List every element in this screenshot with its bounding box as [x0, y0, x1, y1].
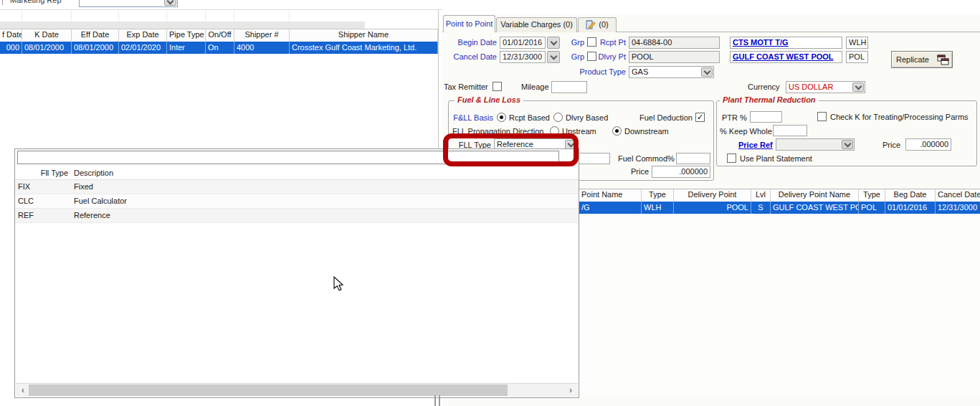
column-header[interactable]: Type	[642, 189, 674, 202]
grid-cell[interactable]: Inter	[167, 42, 206, 54]
popup-list-item-clc[interactable]: CLC Fuel Calculator	[15, 194, 579, 209]
grp-dlvry-checkbox[interactable]	[587, 52, 596, 61]
popup-list-header: Fll Type Description	[15, 168, 579, 180]
points-grid-selected-row[interactable]: /G WLH POOL S GULF COAST WEST POOL POL 0…	[579, 202, 980, 214]
column-header[interactable]: Type	[859, 189, 885, 202]
marketing-rep-dropdown[interactable]	[79, 0, 178, 7]
chevron-down-icon[interactable]	[842, 140, 853, 149]
fll-price-input[interactable]: .000000	[652, 166, 710, 178]
column-header[interactable]: Beg Date	[885, 189, 936, 202]
contracts-grid-selected-row[interactable]: 000 08/01/2000 08/01/2000 02/01/2020 Int…	[0, 42, 438, 54]
scrollbar-thumb[interactable]	[29, 384, 508, 396]
column-header[interactable]: K Date	[22, 29, 72, 42]
fuel-commod-input[interactable]	[676, 153, 710, 164]
column-header[interactable]: Point Name	[579, 189, 642, 202]
column-header[interactable]: Shipper Name	[290, 29, 438, 42]
mileage-input[interactable]	[551, 81, 587, 93]
grid-cell[interactable]: /G	[579, 202, 642, 214]
ptr-price-input[interactable]: .000000	[905, 138, 951, 151]
grid-cell[interactable]: 12/31/3000	[936, 202, 980, 214]
keep-whole-input[interactable]	[773, 125, 807, 136]
price-ref-select[interactable]	[776, 138, 855, 151]
product-type-value: GAS	[632, 67, 648, 76]
grid-cell[interactable]: 01/01/2016	[885, 202, 936, 214]
chevron-down-icon[interactable]	[164, 0, 176, 6]
dlvry-based-radio[interactable]	[553, 113, 563, 122]
column-header[interactable]: Lvl	[751, 189, 771, 202]
downstream-radio[interactable]	[612, 126, 622, 136]
strip-cell	[206, 10, 234, 22]
grid-cell[interactable]: 02/01/2020	[119, 42, 167, 54]
column-header[interactable]: Delivery Point	[674, 189, 751, 202]
tax-remitter-checkbox[interactable]	[493, 82, 502, 91]
tab-variable-charges[interactable]: Variable Charges (0)	[496, 17, 577, 32]
grid-cell[interactable]: 000	[0, 42, 22, 54]
ptr-input[interactable]	[750, 111, 782, 123]
grid-cell[interactable]: WLH	[642, 202, 674, 214]
splitter-handle[interactable]	[439, 395, 440, 406]
begin-date-dropdown-button[interactable]	[547, 37, 560, 49]
cancel-date-label: Cancel Date	[444, 52, 497, 61]
strip-cell	[72, 10, 119, 22]
grid-cell[interactable]: POOL	[674, 202, 751, 214]
marketing-rep-label: Marketing Rep	[10, 0, 62, 4]
popup-list-item-ref[interactable]: REF Reference	[15, 209, 579, 223]
fll-type-description: Fixed	[74, 182, 93, 191]
strip-cell	[22, 10, 72, 22]
dlvry-point-name-link[interactable]: GULF COAST WEST POOL	[733, 52, 834, 61]
fll-hidden-input[interactable]	[576, 153, 610, 164]
currency-label: Currency	[748, 82, 780, 91]
column-header[interactable]: f Date	[0, 29, 22, 42]
product-type-select[interactable]: GAS	[629, 66, 714, 78]
column-header[interactable]: Cancel Date	[936, 189, 980, 202]
grid-cell[interactable]: On	[206, 42, 234, 54]
grid-cell[interactable]: POL	[859, 202, 885, 214]
grid-cell[interactable]: 08/01/2000	[72, 42, 119, 54]
cancel-date-input[interactable]: 12/31/3000	[500, 51, 546, 63]
popup-horizontal-scrollbar[interactable]: ‹ ›	[16, 383, 578, 397]
dlvry-pt-label: Dlvry Pt	[597, 52, 626, 61]
plant-thermal-title: Plant Thermal Reduction	[720, 95, 819, 104]
use-plant-statement-checkbox[interactable]	[727, 154, 736, 163]
scroll-right-arrow-icon[interactable]: ›	[565, 384, 576, 396]
column-header[interactable]: Shipper #	[234, 29, 290, 42]
check-k-checkbox[interactable]	[817, 112, 827, 121]
fuel-deduction-checkbox[interactable]: ✓	[695, 113, 705, 122]
dlvry-pt-field[interactable]: POOL	[629, 51, 720, 63]
mileage-label: Mileage	[521, 82, 549, 91]
grid-cell[interactable]: S	[751, 202, 771, 214]
grp-rcpt-checkbox[interactable]	[587, 37, 596, 47]
grid-cell[interactable]: 4000	[234, 42, 290, 54]
points-grid: Point Name Type Delivery Point Lvl Deliv…	[579, 189, 980, 398]
rcpt-based-label: Rcpt Based	[509, 113, 550, 122]
rcpt-pt-field[interactable]: 04-6884-00	[629, 37, 720, 49]
fll-price-label: Price	[629, 167, 649, 176]
price-ref-link[interactable]: Price Ref	[738, 141, 773, 149]
scroll-left-arrow-icon[interactable]: ‹	[17, 384, 29, 396]
currency-select[interactable]: US DOLLAR	[786, 81, 865, 93]
begin-date-input[interactable]: 01/01/2016	[500, 37, 546, 49]
price-ref-link-wrap: Price Ref	[738, 141, 773, 149]
rcpt-based-radio[interactable]	[497, 113, 506, 122]
grid-cell[interactable]: Crosstex Gulf Coast Marketing, Ltd.	[290, 42, 438, 54]
column-header[interactable]: Pipe Type	[167, 29, 206, 42]
grid-cell[interactable]: 08/01/2000	[22, 42, 72, 54]
rcpt-point-name-link[interactable]: CTS MOTT T/G	[733, 38, 789, 47]
grid-cell[interactable]: GULF COAST WEST POOL	[771, 202, 859, 214]
replicate-button[interactable]: Replicate	[891, 51, 953, 68]
splitter-handle[interactable]	[434, 395, 436, 406]
tab-notes[interactable]: (0)	[578, 17, 617, 32]
fuel-line-loss-title: Fuel & Line Loss	[455, 95, 523, 104]
chevron-down-icon[interactable]	[852, 82, 864, 92]
column-header[interactable]: Exp Date	[119, 29, 167, 42]
column-header[interactable]: Delivery Point Name	[771, 189, 859, 202]
fuel-commod-label: Fuel Commod%	[618, 154, 673, 163]
popup-list-item-fix[interactable]: FIX Fixed	[15, 180, 579, 194]
chevron-down-icon[interactable]	[701, 67, 713, 77]
strip-cell	[119, 10, 167, 22]
column-header[interactable]: Eff Date	[72, 29, 119, 42]
column-header[interactable]: On/Off	[206, 29, 234, 42]
tab-point-to-point[interactable]: Point to Point	[443, 15, 495, 32]
app-window: Marketing Rep f Date K Date Eff Date Exp…	[0, 0, 980, 406]
cancel-date-dropdown-button[interactable]	[547, 51, 560, 63]
